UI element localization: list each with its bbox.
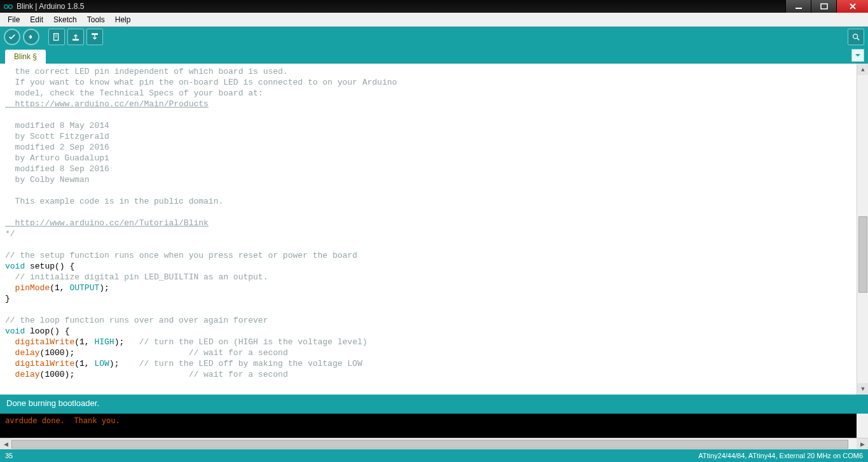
- scroll-up-icon[interactable]: ▲: [857, 64, 868, 75]
- scroll-thumb[interactable]: [11, 440, 848, 449]
- code-line: modified 2 Sep 2016: [5, 143, 109, 152]
- code-text: );: [114, 337, 139, 347]
- open-sketch-button[interactable]: [67, 29, 84, 45]
- code-line: the correct LED pin independent of which…: [5, 67, 288, 76]
- svg-rect-9: [73, 39, 79, 41]
- code-text: (1000);: [40, 370, 189, 379]
- scroll-track[interactable]: [11, 438, 857, 450]
- code-line: }: [5, 294, 10, 304]
- code-func: setup: [25, 262, 55, 271]
- console-line: avrdude done. Thank you.: [5, 416, 120, 425]
- svg-point-1: [9, 4, 13, 8]
- menubar: File Edit Sketch Tools Help: [0, 13, 868, 27]
- code-line: by Arturo Guadalupi: [5, 153, 109, 163]
- code-func: digitalWrite: [5, 337, 74, 347]
- code-text: (1,: [50, 283, 69, 293]
- code-text: );: [109, 359, 139, 368]
- menu-tools[interactable]: Tools: [82, 13, 110, 26]
- code-comment: // turn the LED on (HIGH is the voltage …: [139, 337, 368, 347]
- status-message: Done burning bootloader.: [6, 398, 99, 408]
- code-func: delay: [5, 348, 40, 358]
- save-sketch-button[interactable]: [86, 29, 103, 45]
- menu-file[interactable]: File: [3, 13, 25, 26]
- maximize-button[interactable]: [811, 0, 836, 13]
- window-titlebar: Blink | Arduino 1.8.5: [0, 0, 868, 13]
- code-comment: // wait for a second: [189, 370, 288, 379]
- code-text: () {: [55, 262, 74, 271]
- svg-point-0: [4, 4, 8, 8]
- code-link: http://www.arduino.cc/en/Tutorial/Blink: [5, 218, 209, 228]
- svg-rect-2: [796, 8, 802, 9]
- scroll-left-icon[interactable]: ◀: [0, 438, 11, 450]
- upload-button[interactable]: [23, 29, 39, 45]
- new-sketch-button[interactable]: [48, 29, 65, 45]
- status-bar: Done burning bootloader.: [0, 395, 868, 414]
- scroll-right-icon[interactable]: ▶: [857, 438, 868, 450]
- code-func: loop: [25, 326, 50, 336]
- code-line: modified 8 Sep 2016: [5, 164, 109, 174]
- sketch-tab[interactable]: Blink §: [5, 50, 46, 64]
- code-line: This example code is in the public domai…: [5, 197, 223, 206]
- menu-help[interactable]: Help: [110, 13, 136, 26]
- close-button[interactable]: [836, 0, 868, 13]
- menu-edit[interactable]: Edit: [25, 13, 48, 26]
- minimize-button[interactable]: [785, 0, 811, 13]
- menu-sketch[interactable]: Sketch: [48, 13, 82, 26]
- code-line: If you want to know what pin the on-boar…: [5, 78, 397, 87]
- window-controls: [785, 0, 868, 13]
- code-text: () {: [50, 326, 69, 336]
- window-title: Blink | Arduino 1.8.5: [17, 2, 85, 11]
- serial-monitor-button[interactable]: [848, 29, 864, 45]
- code-text: (1,: [74, 337, 94, 347]
- svg-rect-10: [92, 34, 98, 35]
- svg-line-12: [857, 38, 860, 41]
- console-vertical-scrollbar[interactable]: [857, 414, 868, 438]
- svg-rect-3: [821, 4, 827, 9]
- editor-vertical-scrollbar[interactable]: ▲ ▼: [857, 64, 868, 395]
- code-line: model, check the Technical Specs of your…: [5, 88, 263, 98]
- scroll-down-icon[interactable]: ▼: [857, 383, 868, 395]
- tab-menu-button[interactable]: [851, 49, 864, 62]
- code-link: https://www.arduino.cc/en/Main/Products: [5, 99, 209, 109]
- editor-area: the correct LED pin independent of which…: [0, 64, 868, 395]
- code-line: by Colby Newman: [5, 175, 90, 185]
- code-keyword: void: [5, 262, 25, 271]
- tabbar: Blink §: [0, 47, 868, 64]
- code-line: */: [5, 229, 15, 239]
- board-info: ATtiny24/44/84, ATtiny44, External 20 MH…: [698, 452, 863, 459]
- code-text: (1,: [74, 359, 94, 368]
- code-comment: // wait for a second: [189, 348, 288, 358]
- code-line: modified 8 May 2014: [5, 121, 109, 130]
- toolbar: [0, 27, 868, 47]
- code-line: by Scott Fitzgerald: [5, 132, 109, 141]
- code-comment: // turn the LED off by making the voltag…: [139, 359, 362, 368]
- verify-button[interactable]: [4, 29, 20, 45]
- code-func: delay: [5, 370, 40, 379]
- console-output[interactable]: avrdude done. Thank you.: [0, 414, 868, 438]
- code-line: // the loop function runs over and over …: [5, 316, 268, 325]
- svg-point-11: [853, 34, 858, 39]
- code-keyword: void: [5, 326, 25, 336]
- arduino-logo-icon: [4, 2, 13, 11]
- scroll-thumb[interactable]: [858, 216, 867, 293]
- code-editor[interactable]: the correct LED pin independent of which…: [5, 66, 855, 395]
- code-const: OUTPUT: [69, 283, 99, 293]
- code-func: digitalWrite: [5, 359, 74, 368]
- horizontal-scrollbar[interactable]: ◀ ▶: [0, 438, 868, 449]
- code-text: );: [99, 283, 109, 293]
- code-text: (1000);: [40, 348, 189, 358]
- footer-bar: 35 ATtiny24/44/84, ATtiny44, External 20…: [0, 449, 868, 462]
- code-func: pinMode: [5, 283, 50, 293]
- code-line: // the setup function runs once when you…: [5, 251, 357, 260]
- code-const: LOW: [94, 359, 109, 368]
- code-const: HIGH: [94, 337, 114, 347]
- code-line: // initialize digital pin LED_BUILTIN as…: [5, 272, 268, 282]
- line-number: 35: [5, 452, 13, 459]
